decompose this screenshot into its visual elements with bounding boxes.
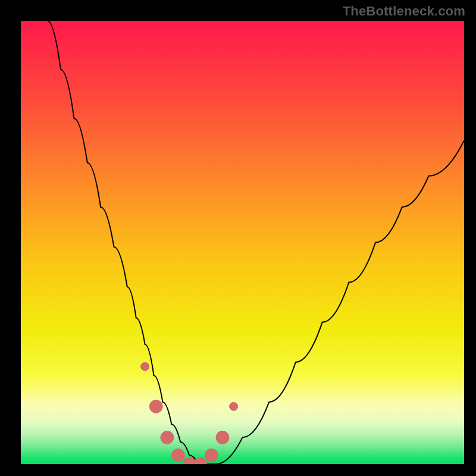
curve-marker (216, 431, 229, 444)
plot-area (21, 21, 464, 464)
curve-marker (141, 362, 149, 371)
curve-marker (230, 402, 238, 411)
marker-group (141, 362, 238, 464)
curve-layer (21, 21, 464, 464)
curve-marker (161, 431, 174, 444)
curve-marker (149, 400, 162, 413)
curve-marker (205, 449, 218, 462)
curve-marker (171, 449, 184, 462)
chart-frame: TheBottleneck.com (0, 0, 476, 476)
watermark-text: TheBottleneck.com (343, 4, 465, 19)
curve-marker (194, 458, 207, 464)
bottleneck-curve (48, 21, 464, 464)
